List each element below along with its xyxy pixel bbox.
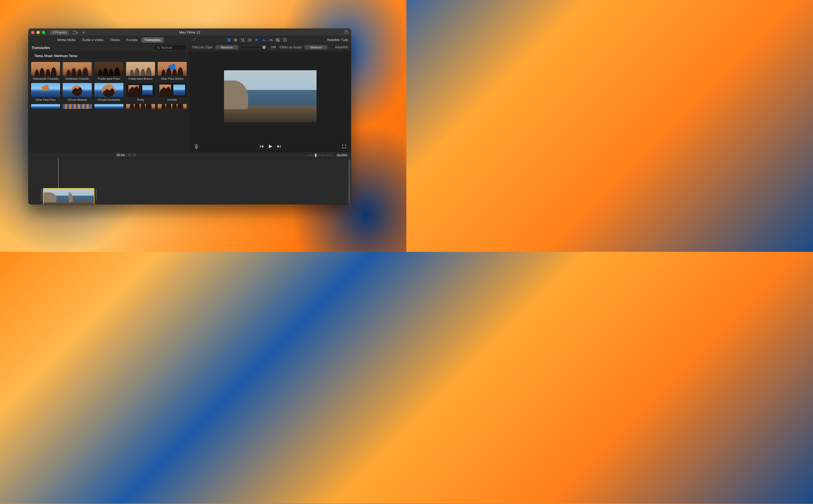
close-button[interactable] [31, 31, 34, 34]
download-icon[interactable] [82, 31, 85, 34]
tab-my-media[interactable]: Minha Mídia [54, 37, 78, 43]
fullscreen-icon[interactable] [342, 145, 346, 148]
transition-thumb [94, 62, 123, 76]
traffic-lights [31, 31, 45, 34]
transition-label: Círculo Abrindo [68, 98, 87, 101]
svg-rect-14 [285, 40, 285, 41]
preview-panel [189, 51, 351, 152]
share-button[interactable] [344, 30, 348, 35]
transition-item[interactable]: Girar Para Fora [31, 83, 60, 101]
svg-rect-1 [73, 31, 74, 31]
svg-rect-9 [248, 39, 251, 41]
search-placeholder: Buscar [161, 46, 172, 49]
transition-item[interactable]: Desfoque Cruzado [63, 62, 92, 80]
clip-trim-handle-left[interactable] [41, 189, 42, 201]
stabilization-icon[interactable] [248, 38, 252, 42]
timeline-settings-button[interactable]: Ajustes [337, 153, 348, 157]
next-button[interactable] [277, 144, 281, 149]
search-input[interactable]: Buscar [155, 45, 186, 50]
timeline[interactable]: 4,9s – V... [28, 158, 351, 204]
transition-label: Girar Para Dentro [161, 77, 183, 80]
browser-header: Transições Buscar [28, 44, 189, 51]
transition-label: Fusão para Preto [98, 77, 120, 80]
transition-item[interactable]: Círculo Fechando [94, 83, 123, 101]
tab-transitions[interactable]: Transições [141, 37, 163, 43]
transition-item[interactable] [31, 104, 60, 109]
slider-thumb[interactable] [263, 46, 266, 49]
play-button[interactable] [268, 144, 273, 149]
video-clip[interactable] [43, 188, 94, 204]
timeline-scrollbar[interactable] [349, 160, 350, 204]
svg-point-11 [278, 40, 279, 41]
transition-item[interactable] [94, 104, 123, 109]
volume-icon[interactable] [255, 38, 259, 42]
main-split: Tema Atual: Nenhum Tema Dissolução Cruza… [28, 51, 351, 152]
clip-filter-dropdown[interactable]: Nenhum [216, 45, 238, 49]
transitions-grid: Dissolução Cruzada Desfoque Cruzado Fusã… [28, 62, 189, 109]
back-to-projects-button[interactable]: Projetos [50, 30, 69, 35]
preview-viewer[interactable] [189, 51, 351, 141]
svg-rect-3 [75, 31, 76, 31]
transition-thumb [158, 104, 187, 109]
transition-thumb [126, 83, 155, 97]
transition-item[interactable]: Fusão para Branco [126, 62, 155, 80]
clip-thumbnail [44, 189, 94, 204]
transition-label: Dissolução Cruzada [33, 77, 58, 80]
tab-audio-video[interactable]: Áudio e Vídeo [79, 37, 106, 43]
transition-item[interactable] [158, 104, 187, 109]
transition-item[interactable]: Fusão para Preto [94, 62, 123, 80]
transition-item[interactable]: Inverter [158, 83, 187, 101]
clip-filter-icon[interactable] [276, 38, 280, 42]
transition-thumb [158, 83, 187, 97]
previous-button[interactable] [260, 144, 264, 149]
window-title: Meu Filme 12 [179, 30, 200, 34]
svg-rect-17 [260, 145, 261, 148]
filter-intensity-slider[interactable] [241, 47, 266, 48]
audio-effect-dropdown[interactable]: Nenhum [305, 45, 327, 49]
transition-item[interactable] [126, 104, 155, 109]
search-icon [157, 46, 160, 49]
speed-icon[interactable] [269, 38, 273, 42]
crop-icon[interactable] [241, 38, 245, 42]
transition-item[interactable]: Dissolução Cruzada [31, 62, 60, 80]
timecode-current: 00:04 [117, 153, 125, 157]
color-balance-icon[interactable] [227, 38, 231, 42]
timeline-header: 00:04 / 00:15 Ajustes [28, 152, 351, 158]
transition-item[interactable]: Girar Para Dentro [158, 62, 187, 80]
info-icon[interactable] [283, 38, 287, 42]
import-media-icon[interactable] [73, 31, 78, 34]
toolbar-row: Minha Mídia Áudio e Vídeo Títulos Fundos… [28, 36, 351, 44]
color-correction-icon[interactable] [234, 38, 238, 42]
zoom-button[interactable] [42, 31, 45, 34]
voiceover-mic-icon[interactable] [194, 144, 198, 149]
clip-trim-handle-right[interactable] [95, 189, 97, 201]
transition-thumb [31, 83, 60, 97]
transition-item[interactable]: Círculo Abrindo [63, 83, 92, 101]
clip-filter-label: Filtro do Clipe: [192, 45, 213, 49]
noise-equalizer-icon[interactable] [262, 38, 266, 42]
transition-label: Desfoque Cruzado [65, 77, 89, 80]
transition-label: Girar Para Fora [36, 98, 55, 101]
tab-backgrounds[interactable]: Fundos [124, 37, 140, 43]
reset-all-button[interactable]: Redefinir Tudo [327, 38, 348, 42]
zoom-slider[interactable] [307, 155, 332, 156]
transition-thumb [158, 62, 187, 76]
browser-panel-title: Transições [32, 46, 50, 50]
tab-titles[interactable]: Títulos [107, 37, 123, 43]
transition-label: Fusão para Branco [128, 77, 152, 80]
timecode-total: 00:15 [128, 153, 136, 157]
minimize-button[interactable] [36, 31, 40, 34]
transition-thumb [63, 83, 92, 97]
timecode-separator: / [126, 153, 127, 157]
enhance-wand-icon[interactable] [192, 37, 197, 43]
transition-item[interactable] [63, 104, 92, 109]
back-label: Projetos [55, 31, 67, 34]
reset-button[interactable]: Redefinir [335, 45, 348, 49]
transition-item[interactable]: Porta [126, 83, 155, 101]
filter-intensity-value[interactable]: 100 [269, 45, 277, 49]
zoom-slider-thumb[interactable] [315, 153, 317, 157]
clip-filter-bar: Filtro do Clipe: Nenhum 100 Efeito de Áu… [189, 44, 351, 51]
transition-thumb [94, 83, 123, 97]
svg-point-15 [157, 46, 159, 48]
transition-thumb [31, 62, 60, 76]
